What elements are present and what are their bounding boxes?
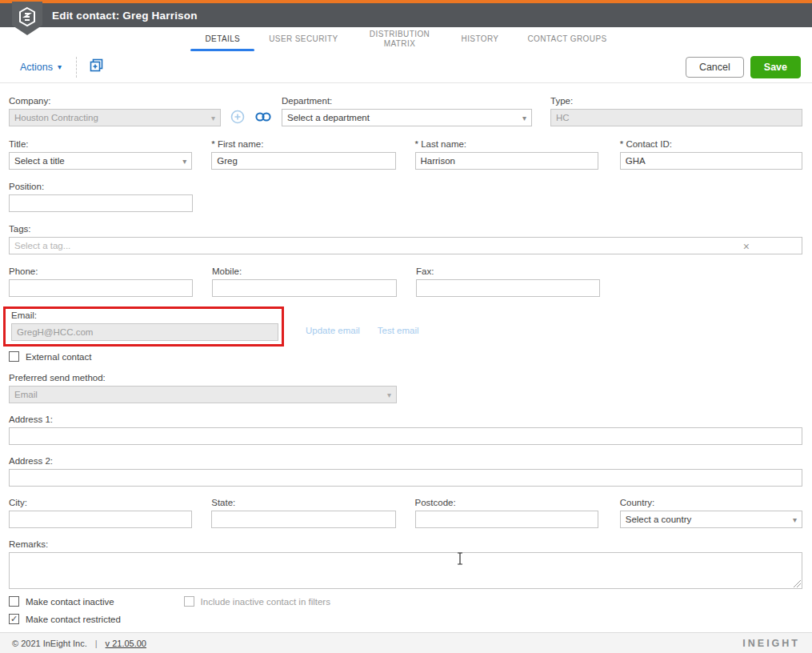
contact-id-field[interactable]	[620, 152, 802, 170]
tab-bar: DETAILS USER SECURITY DISTRIBUTION MATRI…	[0, 27, 812, 51]
last-name-label: * Last name:	[415, 139, 598, 149]
position-field[interactable]	[9, 194, 193, 212]
make-inactive-row: Make contact inactive Include inactive c…	[9, 596, 802, 607]
copyright-text: © 2021 InEight Inc.	[12, 639, 87, 648]
address1-field[interactable]	[9, 427, 802, 445]
remarks-field[interactable]	[9, 552, 802, 589]
tab-user-security[interactable]: USER SECURITY	[254, 27, 352, 51]
tab-distribution-matrix[interactable]: DISTRIBUTION MATRIX	[353, 27, 447, 51]
city-label: City:	[9, 498, 192, 507]
include-inactive-checkbox	[184, 596, 194, 607]
mobile-field[interactable]	[212, 279, 397, 297]
form-row-address2: Address 2:	[9, 456, 802, 487]
state-label: State:	[211, 498, 395, 507]
email-actions: Update email Test email	[306, 326, 419, 335]
email-field	[11, 323, 278, 341]
chevron-down-icon: ▾	[793, 515, 797, 524]
postcode-field[interactable]	[415, 511, 598, 528]
add-company-icon[interactable]	[230, 110, 245, 127]
form-row-name: Title: Select a title ▾ * First name: * …	[9, 139, 802, 170]
phone-field[interactable]	[9, 279, 193, 297]
form-row-remarks: Remarks:	[9, 539, 802, 589]
preferred-send-method-select: Email ▾	[9, 386, 397, 403]
external-contact-row: External contact	[9, 351, 802, 362]
title-select[interactable]: Select a title ▾	[9, 152, 192, 170]
check-icon: ✓	[10, 614, 18, 624]
copy-contact-button[interactable]	[90, 58, 104, 76]
position-label: Position:	[9, 182, 193, 191]
contact-id-label: * Contact ID:	[620, 139, 802, 149]
city-field[interactable]	[9, 511, 192, 528]
clear-tags-icon[interactable]: ×	[743, 241, 750, 252]
company-label: Company:	[9, 96, 221, 106]
country-label: Country:	[620, 498, 802, 507]
department-select[interactable]: Select a department ▾	[282, 109, 532, 126]
address2-field[interactable]	[9, 469, 802, 487]
update-email-link[interactable]: Update email	[306, 326, 360, 335]
country-select[interactable]: Select a country ▾	[620, 511, 802, 528]
copy-add-icon	[90, 58, 104, 76]
form-row-send-method: Preferred send method: Email ▾	[9, 373, 802, 403]
department-label: Department:	[282, 96, 532, 106]
phone-label: Phone:	[9, 266, 193, 276]
form-row-phone: Phone: Mobile: Fax:	[9, 266, 802, 297]
chevron-down-icon: ▾	[182, 157, 186, 166]
tab-details[interactable]: DETAILS	[190, 27, 254, 51]
email-label: Email:	[11, 310, 276, 320]
link-company-icon[interactable]	[254, 111, 272, 126]
address2-label: Address 2:	[9, 456, 802, 466]
preferred-send-method-label: Preferred send method:	[9, 373, 802, 383]
remarks-label: Remarks:	[9, 539, 802, 549]
ineight-logo-icon	[18, 6, 37, 30]
form-row-address1: Address 1:	[9, 415, 802, 445]
postcode-label: Postcode:	[415, 498, 598, 507]
form-row-company: Company: Houston Contracting ▾ Depar	[9, 96, 802, 127]
chevron-down-icon: ▾	[58, 63, 62, 71]
company-select: Houston Contracting ▾	[9, 109, 221, 126]
first-name-field[interactable]	[211, 152, 395, 170]
make-contact-restricted-checkbox[interactable]: ✓	[9, 614, 19, 624]
cancel-button[interactable]: Cancel	[686, 57, 744, 78]
contact-form: Company: Houston Contracting ▾ Depar	[0, 83, 812, 624]
make-contact-inactive-checkbox[interactable]	[9, 596, 19, 607]
state-field[interactable]	[211, 511, 395, 528]
form-row-city: City: State: Postcode: Country: Select a…	[9, 498, 802, 528]
include-inactive-label: Include inactive contact in filters	[201, 597, 330, 607]
make-contact-restricted-label: Make contact restricted	[26, 615, 121, 624]
mobile-label: Mobile:	[212, 266, 397, 276]
toolbar: Actions ▾ Cancel Save	[0, 51, 812, 83]
app-header: Edit contact: Greg Harrison	[0, 3, 812, 27]
fax-field[interactable]	[416, 279, 600, 297]
form-row-position: Position:	[9, 182, 802, 212]
actions-menu-button[interactable]: Actions ▾	[20, 62, 62, 73]
form-row-tags: Tags: ×	[9, 224, 802, 254]
page-title: Edit contact: Greg Harrison	[52, 10, 198, 22]
chevron-down-icon: ▾	[211, 114, 215, 122]
footer: © 2021 InEight Inc. | v 21.05.00 INEIGHT	[0, 632, 812, 653]
form-row-email: Email: Update email Test email	[9, 306, 802, 347]
toolbar-divider	[76, 57, 77, 78]
tags-field[interactable]	[9, 237, 802, 254]
type-label: Type:	[550, 96, 802, 106]
make-restricted-row: ✓ Make contact restricted	[9, 614, 802, 624]
email-highlight-annotation: Email:	[3, 306, 284, 347]
address1-label: Address 1:	[9, 415, 802, 424]
footer-separator: |	[95, 639, 98, 648]
tab-contact-groups[interactable]: CONTACT GROUPS	[513, 27, 621, 51]
ineight-wordmark: INEIGHT	[742, 638, 800, 649]
version-link[interactable]: v 21.05.00	[106, 639, 146, 648]
external-contact-label: External contact	[26, 352, 91, 362]
last-name-field[interactable]	[415, 152, 598, 170]
first-name-label: * First name:	[211, 139, 395, 149]
test-email-link[interactable]: Test email	[378, 326, 419, 335]
type-field	[550, 109, 802, 126]
tab-history[interactable]: HISTORY	[447, 27, 514, 51]
fax-label: Fax:	[416, 266, 600, 276]
title-label: Title:	[9, 139, 192, 149]
tags-label: Tags:	[9, 224, 802, 234]
make-contact-inactive-label: Make contact inactive	[26, 597, 114, 607]
save-button[interactable]: Save	[750, 56, 801, 78]
chevron-down-icon: ▾	[522, 114, 526, 122]
external-contact-checkbox[interactable]	[9, 351, 19, 362]
chevron-down-icon: ▾	[387, 391, 391, 399]
